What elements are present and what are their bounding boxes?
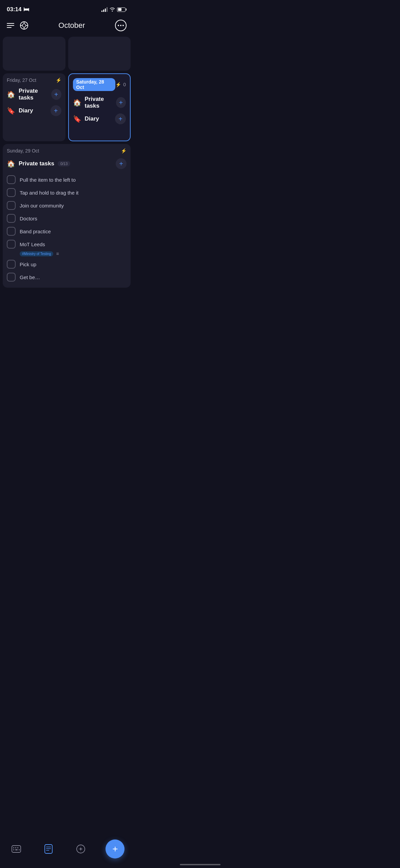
chat-button[interactable] [20, 21, 28, 30]
signal-icon [101, 7, 108, 12]
empty-card-left [3, 37, 65, 71]
empty-card-right [68, 37, 131, 71]
saturday-badge-count: 0 [123, 82, 126, 87]
friday-label: Friday, 27 Oct [7, 77, 36, 83]
task-text-tap: Tap and hold to drag the it [20, 190, 78, 196]
saturday-lightning-icon: ⚡ [115, 82, 121, 87]
day-card-friday: Friday, 27 Oct ⚡ 🏠 Private tasks + 🔖 Dia… [3, 73, 65, 141]
task-item-tap: Tap and hold to drag the it [7, 186, 127, 199]
task-item-community: Join our community [7, 199, 127, 212]
saturday-header: Saturday, 28 Oct ⚡ 0 [73, 78, 126, 91]
day-card-sunday: Sunday, 29 Oct ⚡ 🏠 Private tasks 0/13 + … [3, 144, 131, 288]
hamburger-line-3 [7, 27, 12, 28]
task-checkbox-doctors[interactable] [7, 214, 16, 223]
nav-bar: October [0, 17, 133, 37]
more-options-button[interactable] [115, 20, 127, 31]
sunday-private-tasks-title: Private tasks [19, 160, 54, 167]
sunday-progress-badge: 0/13 [58, 161, 70, 166]
task-text-doctors: Doctors [20, 216, 37, 221]
friday-header: Friday, 27 Oct ⚡ [7, 77, 61, 83]
saturday-home-icon: 🏠 [73, 98, 81, 107]
signal-bar-4 [107, 7, 108, 12]
sleep-icon: 🛏 [23, 6, 29, 13]
task-checkbox-mot[interactable] [7, 240, 16, 249]
ministry-tag: #Ministry of Testing [20, 251, 53, 256]
saturday-diary-title: Diary [85, 115, 99, 122]
saturday-private-tasks-title: Private tasks [85, 96, 116, 109]
sunday-private-tasks-left: 🏠 Private tasks 0/13 [7, 160, 70, 168]
status-time: 03:14 🛏 [7, 6, 29, 13]
task-checkbox-tap[interactable] [7, 188, 16, 197]
saturday-label: Saturday, 28 Oct [73, 78, 116, 91]
sunday-lightning-icon: ⚡ [121, 148, 127, 153]
calendar-grid: Friday, 27 Oct ⚡ 🏠 Private tasks + 🔖 Dia… [0, 73, 133, 141]
page-title: October [28, 21, 115, 30]
list-icon: ≡ [56, 251, 59, 256]
task-item-band: Band practice [7, 225, 127, 238]
signal-bar-2 [103, 10, 104, 12]
saturday-diary-row: 🔖 Diary + [73, 113, 126, 124]
sunday-header: Sunday, 29 Oct ⚡ [7, 148, 127, 153]
menu-button[interactable] [7, 23, 14, 28]
task-item-pull: Pull the item to the left to [7, 173, 127, 186]
saturday-private-tasks-left: 🏠 Private tasks [73, 96, 116, 109]
sunday-home-icon: 🏠 [7, 160, 15, 168]
task-item-pickup: Pick up [7, 258, 127, 271]
task-checkbox-getbe[interactable] [7, 273, 16, 282]
top-empty-cards [0, 37, 133, 71]
friday-private-tasks-left: 🏠 Private tasks [7, 88, 51, 101]
sunday-private-tasks-add-button[interactable]: + [116, 158, 127, 169]
saturday-diary-left: 🔖 Diary [73, 115, 99, 123]
saturday-diary-icon: 🔖 [73, 115, 81, 123]
task-text-community: Join our community [20, 203, 64, 209]
friday-diary-row: 🔖 Diary + [7, 105, 61, 116]
battery-icon [117, 7, 127, 12]
signal-bar-3 [105, 8, 106, 12]
friday-diary-left: 🔖 Diary [7, 107, 33, 115]
signal-bar-1 [101, 11, 102, 12]
sunday-section: Sunday, 29 Oct ⚡ 🏠 Private tasks 0/13 + … [3, 144, 131, 288]
task-item-mot: MoT Leeds [7, 238, 127, 251]
friday-diary-add-button[interactable]: + [51, 105, 61, 116]
time-display: 03:14 [7, 6, 21, 13]
more-dot-1 [118, 25, 119, 26]
friday-badge: ⚡ [56, 77, 61, 83]
sunday-label: Sunday, 29 Oct [7, 148, 39, 153]
task-item-doctors: Doctors [7, 212, 127, 225]
hamburger-line-2 [7, 25, 14, 26]
task-checkbox-band[interactable] [7, 227, 16, 236]
day-card-saturday: Saturday, 28 Oct ⚡ 0 🏠 Private tasks + 🔖… [68, 73, 131, 141]
more-dot-3 [122, 25, 124, 26]
friday-diary-title: Diary [19, 107, 33, 114]
task-checkbox-community[interactable] [7, 201, 16, 210]
task-text-getbe: Get be… [20, 274, 40, 280]
saturday-badge: ⚡ 0 [115, 82, 126, 87]
nav-left [7, 21, 28, 30]
status-bar: 03:14 🛏 [0, 0, 133, 17]
friday-private-tasks-add-button[interactable]: + [51, 89, 61, 100]
task-text-band: Band practice [20, 229, 51, 234]
friday-private-tasks-row: 🏠 Private tasks + [7, 88, 61, 101]
friday-diary-icon: 🔖 [7, 107, 15, 115]
mot-tags: #Ministry of Testing ≡ [7, 251, 127, 256]
task-text-pull: Pull the item to the left to [20, 177, 76, 183]
friday-private-tasks-title: Private tasks [19, 88, 51, 101]
sunday-private-tasks-row: 🏠 Private tasks 0/13 + [7, 158, 127, 169]
task-checkbox-pickup[interactable] [7, 260, 16, 269]
wifi-icon [110, 7, 115, 13]
saturday-private-tasks-add-button[interactable]: + [116, 97, 126, 108]
hamburger-line-1 [7, 23, 14, 24]
task-checkbox-pull[interactable] [7, 175, 16, 184]
saturday-private-tasks-row: 🏠 Private tasks + [73, 96, 126, 109]
more-dot-2 [120, 25, 121, 26]
friday-lightning-icon: ⚡ [56, 77, 61, 83]
task-item-getbe: Get be… [7, 271, 127, 284]
task-text-pickup: Pick up [20, 261, 36, 267]
svg-point-1 [22, 24, 26, 27]
task-text-mot: MoT Leeds [20, 241, 45, 247]
friday-home-icon: 🏠 [7, 90, 15, 98]
saturday-diary-add-button[interactable]: + [115, 113, 126, 124]
status-icons [101, 7, 127, 13]
